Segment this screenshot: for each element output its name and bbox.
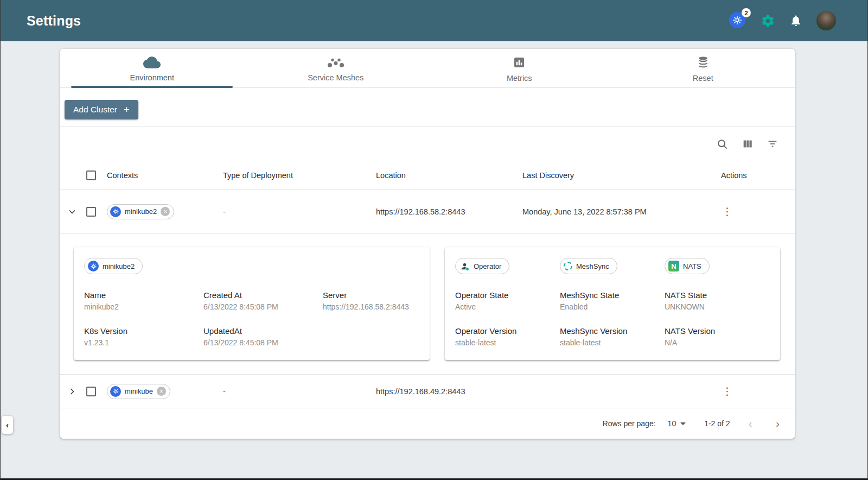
row-checkbox[interactable] bbox=[86, 207, 96, 217]
cluster-chip-minikube2[interactable]: minikube2 bbox=[84, 258, 143, 274]
field-value: https://192.168.58.2:8443 bbox=[323, 302, 419, 311]
settings-card: Environment Service Meshes Metrics bbox=[60, 49, 795, 439]
field-value: stable-latest bbox=[455, 338, 560, 347]
meshsync-icon bbox=[564, 262, 572, 270]
field-value: stable-latest bbox=[560, 338, 665, 347]
table-pagination: Rows per page: 10 1-2 of 2 ‹ › bbox=[60, 408, 795, 439]
search-icon[interactable] bbox=[716, 138, 729, 150]
remove-context-icon[interactable]: × bbox=[161, 207, 170, 216]
tab-metrics[interactable]: Metrics bbox=[427, 49, 611, 87]
field-k8s-version: K8s Version v1.23.1 bbox=[84, 326, 203, 347]
user-avatar[interactable] bbox=[816, 11, 836, 30]
row-checkbox[interactable] bbox=[86, 387, 96, 396]
database-icon bbox=[697, 56, 710, 71]
field-label: UpdatedAt bbox=[203, 326, 323, 336]
collapse-all-icon[interactable] bbox=[65, 170, 86, 180]
table-toolbar bbox=[60, 127, 795, 161]
field-label: Operator State bbox=[455, 290, 560, 300]
previous-page-button[interactable]: ‹ bbox=[749, 418, 752, 429]
table-row: minikube × - https://192.168.49.2:8443 ⋮ bbox=[60, 375, 795, 408]
field-label: Operator Version bbox=[455, 326, 560, 336]
plus-icon: + bbox=[124, 105, 130, 115]
expand-row-button[interactable] bbox=[65, 384, 80, 399]
field-value: N/A bbox=[665, 338, 769, 347]
kubernetes-icon bbox=[88, 261, 99, 271]
expanded-row-detail: minikube2 Name minikube2 Created At 6/13… bbox=[60, 233, 795, 375]
column-last-discovery: Last Discovery bbox=[522, 171, 713, 180]
add-cluster-label: Add Cluster bbox=[73, 105, 117, 115]
field-label: K8s Version bbox=[84, 326, 203, 336]
add-cluster-row: Add Cluster + bbox=[60, 88, 795, 127]
cell-type-of-deployment: - bbox=[223, 387, 376, 396]
field-operator-state: Operator State Active bbox=[455, 290, 560, 311]
add-cluster-button[interactable]: Add Cluster + bbox=[65, 100, 138, 119]
rows-per-page-value: 10 bbox=[668, 419, 676, 428]
app-header: Settings 2 bbox=[1, 0, 867, 41]
rows-per-page-label: Rows per page: bbox=[603, 419, 656, 428]
settings-gear-icon[interactable] bbox=[761, 14, 775, 28]
select-all-checkbox[interactable] bbox=[86, 170, 96, 180]
tab-environment[interactable]: Environment bbox=[60, 49, 244, 87]
notifications-bell-icon[interactable] bbox=[789, 14, 802, 27]
field-value: Enabled bbox=[560, 302, 665, 311]
field-nats-version: NATS Version N/A bbox=[665, 326, 769, 347]
field-label: NATS Version bbox=[665, 326, 769, 336]
collapse-row-button[interactable] bbox=[65, 204, 80, 219]
cell-type-of-deployment: - bbox=[223, 207, 376, 216]
cell-location: https://192.168.49.2:8443 bbox=[376, 387, 522, 396]
field-name: Name minikube2 bbox=[84, 290, 203, 311]
header-actions: 2 bbox=[729, 11, 836, 30]
field-value: 6/13/2022 8:45:08 PM bbox=[203, 302, 323, 311]
field-server: Server https://192.168.58.2:8443 bbox=[323, 290, 419, 311]
nats-chip[interactable]: N NATS bbox=[665, 258, 710, 274]
field-meshsync-state: MeshSync State Enabled bbox=[560, 290, 665, 311]
service-mesh-icon bbox=[327, 56, 344, 71]
context-chip-minikube2[interactable]: minikube2 × bbox=[107, 204, 174, 219]
chevron-down-icon bbox=[680, 422, 686, 425]
page-title: Settings bbox=[27, 13, 81, 29]
table-header-row: Contexts Type of Deployment Location Las… bbox=[60, 161, 795, 190]
row-actions-menu-icon[interactable]: ⋮ bbox=[713, 386, 795, 396]
cell-location: https://192.168.58.2:8443 bbox=[376, 207, 522, 216]
metrics-chart-icon bbox=[513, 56, 526, 71]
field-created-at: Created At 6/13/2022 8:45:08 PM bbox=[203, 290, 323, 311]
row-actions-menu-icon[interactable]: ⋮ bbox=[713, 206, 795, 217]
field-label: MeshSync State bbox=[560, 290, 665, 300]
column-contexts: Contexts bbox=[107, 171, 223, 180]
next-page-button[interactable]: › bbox=[776, 418, 780, 429]
field-value: minikube2 bbox=[84, 302, 203, 311]
field-value: UNKNOWN bbox=[665, 302, 769, 311]
column-type-of-deployment: Type of Deployment bbox=[223, 171, 376, 180]
kubernetes-context-button[interactable]: 2 bbox=[729, 12, 746, 29]
field-label: Server bbox=[323, 290, 419, 300]
table-row: minikube2 × - https://192.168.58.2:8443 … bbox=[60, 190, 795, 233]
operator-person-icon bbox=[459, 261, 470, 271]
pagination-range: 1-2 of 2 bbox=[704, 419, 730, 428]
tab-service-meshes-label: Service Meshes bbox=[308, 73, 363, 82]
meshsync-chip[interactable]: MeshSync bbox=[560, 258, 617, 274]
rows-per-page-select[interactable]: 10 bbox=[668, 419, 686, 428]
view-columns-icon[interactable] bbox=[742, 138, 754, 150]
remove-context-icon[interactable]: × bbox=[157, 387, 166, 396]
context-chip-label: minikube2 bbox=[125, 207, 157, 216]
filter-icon[interactable] bbox=[767, 138, 778, 150]
meshsync-chip-label: MeshSync bbox=[576, 262, 609, 270]
kubernetes-icon bbox=[110, 386, 121, 397]
sidebar-collapse-handle[interactable]: ‹ bbox=[2, 416, 13, 434]
column-actions: Actions bbox=[713, 171, 795, 180]
field-value: 6/13/2022 8:45:08 PM bbox=[203, 338, 323, 347]
tab-environment-label: Environment bbox=[130, 73, 174, 82]
active-tab-indicator bbox=[71, 86, 233, 88]
context-chip-minikube[interactable]: minikube × bbox=[107, 384, 170, 399]
cell-last-discovery: Monday, June 13, 2022 8:57:38 PM bbox=[522, 207, 713, 216]
settings-tabs: Environment Service Meshes Metrics bbox=[60, 49, 795, 88]
tab-service-meshes[interactable]: Service Meshes bbox=[244, 49, 428, 87]
tab-reset[interactable]: Reset bbox=[611, 49, 795, 87]
field-meshsync-version: MeshSync Version stable-latest bbox=[560, 326, 665, 347]
tab-metrics-label: Metrics bbox=[507, 74, 532, 83]
field-nats-state: NATS State UNKNOWN bbox=[665, 290, 769, 311]
field-label: Name bbox=[84, 290, 203, 300]
field-value: Active bbox=[455, 302, 560, 311]
field-label: MeshSync Version bbox=[560, 326, 665, 336]
operator-chip[interactable]: Operator bbox=[455, 258, 509, 274]
